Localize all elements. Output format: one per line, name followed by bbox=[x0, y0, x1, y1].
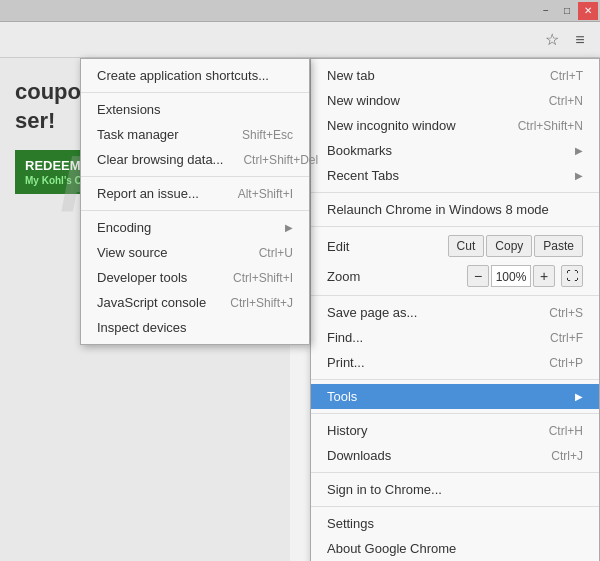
menu-item-new-tab[interactable]: New tab Ctrl+T bbox=[311, 63, 599, 88]
bookmark-icon[interactable]: ☆ bbox=[538, 26, 566, 54]
maximize-button[interactable]: □ bbox=[557, 2, 577, 20]
menu-item-about[interactable]: About Google Chrome bbox=[311, 536, 599, 561]
submenu-item-developer-tools[interactable]: Developer tools Ctrl+Shift+I bbox=[81, 265, 309, 290]
close-button[interactable]: ✕ bbox=[578, 2, 598, 20]
separator-3 bbox=[311, 295, 599, 296]
submenu-item-js-console[interactable]: JavaScript console Ctrl+Shift+J bbox=[81, 290, 309, 315]
menu-item-signin[interactable]: Sign in to Chrome... bbox=[311, 477, 599, 502]
dropdown-menu: New tab Ctrl+T New window Ctrl+N New inc… bbox=[310, 58, 600, 561]
menu-item-downloads[interactable]: Downloads Ctrl+J bbox=[311, 443, 599, 468]
menu-item-bookmarks[interactable]: Bookmarks ▶ bbox=[311, 138, 599, 163]
submenu-item-encoding[interactable]: Encoding ▶ bbox=[81, 215, 309, 240]
separator-5 bbox=[311, 413, 599, 414]
separator-7 bbox=[311, 506, 599, 507]
zoom-row: Zoom − 100% + ⛶ bbox=[311, 261, 599, 291]
menu-item-recent-tabs[interactable]: Recent Tabs ▶ bbox=[311, 163, 599, 188]
menu-item-history[interactable]: History Ctrl+H bbox=[311, 418, 599, 443]
menu-item-settings[interactable]: Settings bbox=[311, 511, 599, 536]
submenu-item-report-issue[interactable]: Report an issue... Alt+Shift+I bbox=[81, 181, 309, 206]
separator-4 bbox=[311, 379, 599, 380]
tools-submenu: Create application shortcuts... Extensio… bbox=[80, 58, 310, 345]
submenu-separator-2 bbox=[81, 176, 309, 177]
zoom-out-button[interactable]: − bbox=[467, 265, 489, 287]
edit-row: Edit Cut Copy Paste bbox=[311, 231, 599, 261]
submenu-separator-1 bbox=[81, 92, 309, 93]
zoom-value: 100% bbox=[491, 265, 531, 287]
separator-1 bbox=[311, 192, 599, 193]
submenu-item-extensions[interactable]: Extensions bbox=[81, 97, 309, 122]
separator-2 bbox=[311, 226, 599, 227]
edit-buttons: Cut Copy Paste bbox=[448, 235, 583, 257]
menu-icon[interactable]: ≡ bbox=[566, 26, 594, 54]
zoom-controls: − 100% + ⛶ bbox=[467, 265, 583, 287]
menu-item-print[interactable]: Print... Ctrl+P bbox=[311, 350, 599, 375]
title-bar: − □ ✕ bbox=[0, 0, 600, 22]
submenu-item-inspect-devices[interactable]: Inspect devices bbox=[81, 315, 309, 340]
nav-bar: ☆ ≡ bbox=[0, 22, 600, 58]
menu-item-tools[interactable]: Tools ▶ bbox=[311, 384, 599, 409]
cut-button[interactable]: Cut bbox=[448, 235, 485, 257]
submenu-item-create-shortcuts[interactable]: Create application shortcuts... bbox=[81, 63, 309, 88]
menu-item-new-window[interactable]: New window Ctrl+N bbox=[311, 88, 599, 113]
browser-window: − □ ✕ ☆ ≡ PCH coupons ser! REDEEM YOUR M… bbox=[0, 0, 600, 561]
menu-item-save-page[interactable]: Save page as... Ctrl+S bbox=[311, 300, 599, 325]
menu-item-new-incognito[interactable]: New incognito window Ctrl+Shift+N bbox=[311, 113, 599, 138]
menu-item-find[interactable]: Find... Ctrl+F bbox=[311, 325, 599, 350]
minimize-button[interactable]: − bbox=[536, 2, 556, 20]
fullscreen-button[interactable]: ⛶ bbox=[561, 265, 583, 287]
submenu-item-clear-browsing[interactable]: Clear browsing data... Ctrl+Shift+Del bbox=[81, 147, 309, 172]
zoom-in-button[interactable]: + bbox=[533, 265, 555, 287]
separator-6 bbox=[311, 472, 599, 473]
copy-button[interactable]: Copy bbox=[486, 235, 532, 257]
submenu-separator-3 bbox=[81, 210, 309, 211]
paste-button[interactable]: Paste bbox=[534, 235, 583, 257]
submenu-item-task-manager[interactable]: Task manager Shift+Esc bbox=[81, 122, 309, 147]
menu-item-relaunch[interactable]: Relaunch Chrome in Windows 8 mode bbox=[311, 197, 599, 222]
submenu-item-view-source[interactable]: View source Ctrl+U bbox=[81, 240, 309, 265]
